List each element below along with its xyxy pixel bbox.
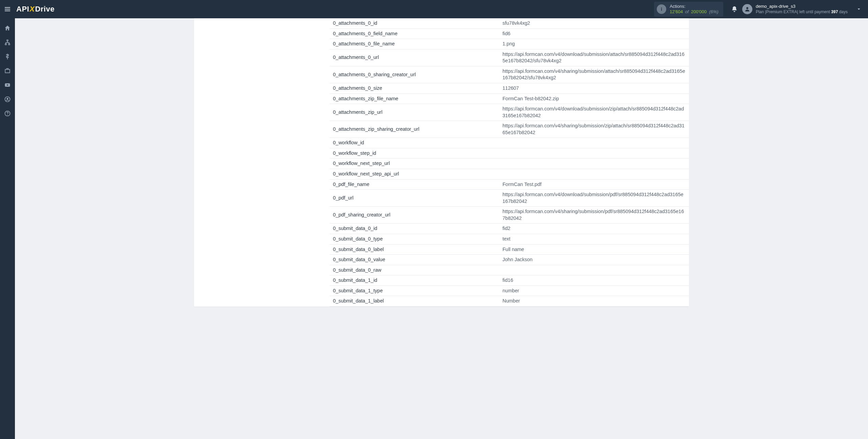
svg-point-5 [7, 98, 8, 100]
row-key: 0_workflow_next_step_url [330, 159, 499, 169]
row-value [499, 138, 689, 148]
actions-summary[interactable]: Actions: 12'604 of 200'000 (6%) [654, 2, 723, 16]
row-value: John Jackson [499, 255, 689, 265]
row-value [499, 265, 689, 275]
table-row: 0_attachments_0_urlhttps://api.formcan.c… [330, 49, 689, 66]
row-key: 0_workflow_step_id [330, 148, 499, 159]
notifications-button[interactable] [728, 3, 741, 16]
user-circle-icon [4, 96, 11, 103]
table-row: 0_workflow_id [330, 138, 689, 148]
row-value: fid16 [499, 275, 689, 286]
table-row: 0_workflow_next_step_url [330, 159, 689, 169]
table-row: 0_pdf_sharing_creator_urlhttps://api.for… [330, 207, 689, 224]
sidebar-item-billing[interactable] [0, 50, 15, 63]
row-key: 0_attachments_0_id [330, 18, 499, 28]
table-row: 0_workflow_step_id [330, 148, 689, 159]
row-value: 1.png [499, 39, 689, 49]
row-value: FormCan Test.pdf [499, 179, 689, 190]
table-row: 0_attachments_0_size112607 [330, 83, 689, 93]
row-key: 0_pdf_sharing_creator_url [330, 207, 499, 224]
sidebar-item-work[interactable] [0, 64, 15, 77]
table-row: 0_attachments_zip_sharing_creator_urlhtt… [330, 121, 689, 138]
svg-point-0 [661, 7, 662, 8]
row-key: 0_submit_data_1_label [330, 296, 499, 307]
menu-toggle[interactable] [0, 0, 15, 18]
table-row: 0_pdf_file_nameFormCan Test.pdf [330, 179, 689, 190]
card-left-gutter [194, 18, 330, 307]
sidebar-item-home[interactable] [0, 22, 15, 35]
table-row: 0_submit_data_0_labelFull name [330, 244, 689, 255]
table-row: 0_submit_data_0_idfid2 [330, 224, 689, 234]
svg-point-2 [746, 7, 748, 9]
row-key: 0_submit_data_1_id [330, 275, 499, 286]
svg-point-7 [7, 114, 8, 115]
row-value: https://api.formcan.com/v4/download/subm… [499, 104, 689, 121]
row-key: 0_attachments_zip_file_name [330, 93, 499, 104]
topbar: API X Drive Actions: 12'604 of 200'000 (… [0, 0, 868, 18]
row-value: Number [499, 296, 689, 307]
sidebar-item-help[interactable] [0, 107, 15, 120]
row-value: sfu78vk4xg2 [499, 18, 689, 28]
user-block[interactable]: demo_apix-drive_s3 Plan |Premium EXTRA| … [756, 4, 848, 14]
row-key: 0_submit_data_0_value [330, 255, 499, 265]
brand-api: API [16, 5, 29, 14]
sidebar-item-account[interactable] [0, 93, 15, 106]
row-value [499, 148, 689, 159]
brand-logo[interactable]: API X Drive [16, 5, 55, 14]
key-value-table: 0_attachments_0_idsfu78vk4xg20_attachmen… [330, 18, 689, 307]
table-row: 0_pdf_urlhttps://api.formcan.com/v4/down… [330, 190, 689, 207]
user-avatar[interactable] [741, 3, 754, 16]
row-key: 0_attachments_zip_url [330, 104, 499, 121]
question-icon [4, 110, 11, 117]
row-key: 0_submit_data_0_id [330, 224, 499, 234]
row-value: FormCan Test-b82042.zip [499, 93, 689, 104]
row-key: 0_attachments_0_url [330, 49, 499, 66]
youtube-icon [4, 82, 11, 88]
table-row: 0_submit_data_1_typenumber [330, 286, 689, 296]
info-icon [657, 4, 666, 14]
row-value: number [499, 286, 689, 296]
row-value: https://api.formcan.com/v4/sharing/submi… [499, 121, 689, 138]
user-icon [744, 6, 750, 12]
row-value: https://api.formcan.com/v4/sharing/submi… [499, 207, 689, 224]
row-key: 0_workflow_next_step_api_url [330, 169, 499, 180]
row-value: fid6 [499, 28, 689, 39]
row-key: 0_attachments_0_file_name [330, 39, 499, 49]
table-row: 0_attachments_0_sharing_creator_urlhttps… [330, 66, 689, 83]
table-row: 0_submit_data_1_idfid16 [330, 275, 689, 286]
table-row: 0_workflow_next_step_api_url [330, 169, 689, 180]
row-key: 0_attachments_zip_sharing_creator_url [330, 121, 499, 138]
row-value [499, 169, 689, 180]
main-content[interactable]: 0_attachments_0_idsfu78vk4xg20_attachmen… [15, 18, 868, 439]
data-card: 0_attachments_0_idsfu78vk4xg20_attachmen… [194, 18, 689, 307]
row-key: 0_attachments_0_field_name [330, 28, 499, 39]
row-value: https://api.formcan.com/v4/sharing/submi… [499, 66, 689, 83]
row-key: 0_submit_data_1_type [330, 286, 499, 296]
chevron-down-icon [856, 7, 861, 12]
user-plan: Plan |Premium EXTRA| left until payment … [756, 9, 848, 15]
user-menu-toggle[interactable] [854, 7, 864, 12]
row-key: 0_workflow_id [330, 138, 499, 148]
table-row: 0_submit_data_0_valueJohn Jackson [330, 255, 689, 265]
brand-x: X [29, 5, 35, 14]
sidebar-item-videos[interactable] [0, 79, 15, 91]
svg-rect-1 [661, 9, 662, 11]
row-key: 0_submit_data_0_raw [330, 265, 499, 275]
actions-values: 12'604 of 200'000 (6%) [670, 9, 718, 15]
table-row: 0_submit_data_0_typetext [330, 234, 689, 244]
sidebar [0, 18, 15, 439]
row-key: 0_pdf_file_name [330, 179, 499, 190]
brand-drive: Drive [35, 5, 55, 14]
row-value: 112607 [499, 83, 689, 93]
row-value: text [499, 234, 689, 244]
row-value: fid2 [499, 224, 689, 234]
bell-icon [731, 6, 738, 13]
row-value: https://api.formcan.com/v4/download/subm… [499, 190, 689, 207]
menu-icon [4, 5, 11, 13]
sidebar-item-connections[interactable] [0, 36, 15, 49]
table-row: 0_attachments_0_field_namefid6 [330, 28, 689, 39]
row-value: https://api.formcan.com/v4/download/subm… [499, 49, 689, 66]
row-key: 0_pdf_url [330, 190, 499, 207]
row-key: 0_submit_data_0_type [330, 234, 499, 244]
table-row: 0_attachments_zip_urlhttps://api.formcan… [330, 104, 689, 121]
